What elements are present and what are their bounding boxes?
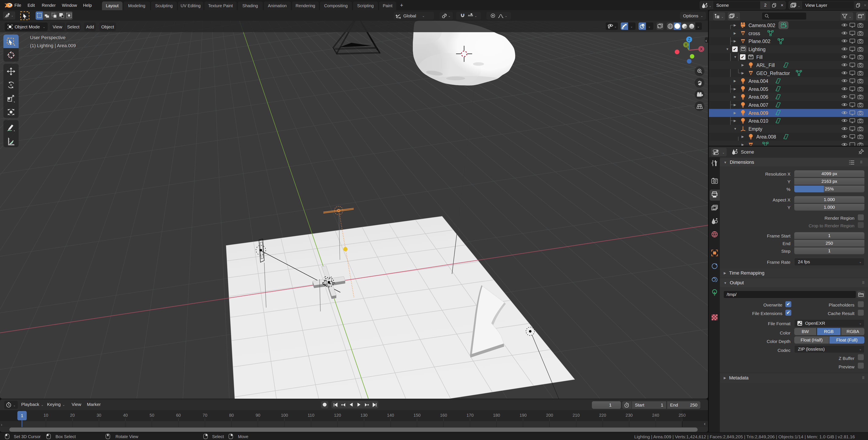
svg-text:Y: Y	[685, 43, 687, 47]
svg-text:X: X	[700, 47, 703, 51]
svg-text:Z: Z	[688, 37, 690, 42]
